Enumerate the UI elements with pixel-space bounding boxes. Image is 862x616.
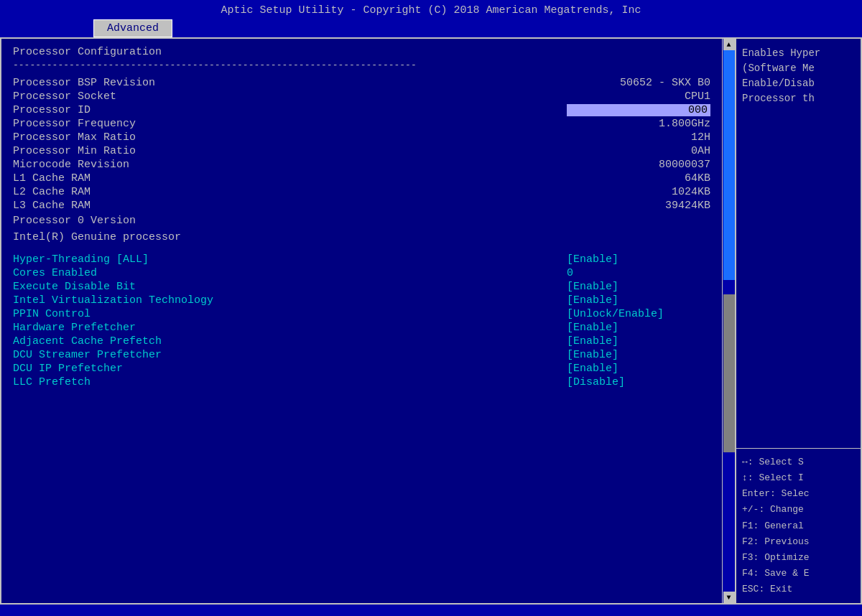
processor-version-value-row: Intel(R) Genuine processor	[13, 229, 710, 246]
help-keys: ↔: Select S ↕: Select I Enter: Selec +/-…	[736, 449, 861, 603]
scroll-down-arrow[interactable]: ▼	[723, 592, 735, 603]
help-panel: Enables Hyper (Software Me Enable/Disab …	[735, 39, 861, 603]
scroll-up-arrow[interactable]: ▲	[723, 39, 735, 50]
table-row: Processor Min Ratio 0AH	[13, 144, 710, 158]
section-title: Processor Configuration	[13, 46, 710, 58]
tab-advanced[interactable]: Advanced	[93, 19, 172, 37]
scroll-thumb-bottom	[723, 294, 735, 452]
content-panel: Processor Configuration ----------------…	[1, 39, 722, 603]
list-item[interactable]: Hyper-Threading [ALL] [Enable]	[13, 253, 710, 266]
key-line-2: Enter: Selec	[742, 486, 855, 502]
key-line-5: F2: Previous	[742, 534, 855, 550]
list-item[interactable]: Hardware Prefetcher [Enable]	[13, 321, 710, 335]
list-item[interactable]: LLC Prefetch [Disable]	[13, 375, 710, 389]
scroll-thumb-top	[723, 50, 735, 280]
key-line-8: ESC: Exit	[742, 582, 855, 597]
tab-row: Advanced	[0, 19, 862, 37]
processor-version-label-row: Processor 0 Version	[13, 213, 710, 229]
table-row: Processor Socket CPU1	[13, 90, 710, 103]
help-line-2: (Software Me	[742, 61, 855, 76]
title-bar: Aptic Setup Utility - Copyright (C) 2018…	[0, 0, 862, 19]
key-line-7: F4: Save & E	[742, 566, 855, 582]
key-line-0: ↔: Select S	[742, 454, 855, 470]
table-row: Processor Max Ratio 12H	[13, 131, 710, 144]
scroll-track[interactable]	[723, 50, 735, 592]
list-item[interactable]: Intel Virtualization Technology [Enable]	[13, 294, 710, 307]
list-item[interactable]: Adjacent Cache Prefetch [Enable]	[13, 335, 710, 348]
table-row: Processor ID 000	[13, 103, 710, 117]
help-line-4: Processor th	[742, 91, 855, 106]
list-item[interactable]: DCU Streamer Prefetcher [Enable]	[13, 348, 710, 362]
help-text: Enables Hyper (Software Me Enable/Disab …	[736, 39, 861, 449]
table-row: L1 Cache RAM 64KB	[13, 172, 710, 185]
table-row: Microcode Revision 80000037	[13, 158, 710, 172]
list-item[interactable]: DCU IP Prefetcher [Enable]	[13, 362, 710, 375]
section-divider: ----------------------------------------…	[13, 60, 710, 70]
table-row: L3 Cache RAM 39424KB	[13, 199, 710, 213]
key-line-1: ↕: Select I	[742, 470, 855, 486]
table-row: Processor BSP Revision 50652 - SKX B0	[13, 76, 710, 90]
list-item[interactable]: Cores Enabled 0	[13, 266, 710, 280]
table-row: Processor Frequency 1.800GHz	[13, 117, 710, 131]
help-line-3: Enable/Disab	[742, 76, 855, 91]
scrollbar[interactable]: ▲ ▼	[722, 39, 735, 603]
key-line-6: F3: Optimize	[742, 550, 855, 566]
list-item[interactable]: Execute Disable Bit [Enable]	[13, 280, 710, 294]
title-text: Aptic Setup Utility - Copyright (C) 2018…	[221, 4, 641, 17]
key-line-3: +/-: Change	[742, 502, 855, 518]
help-line-1: Enables Hyper	[742, 46, 855, 61]
main-area: Processor Configuration ----------------…	[0, 37, 862, 605]
key-line-4: F1: General	[742, 518, 855, 534]
list-item[interactable]: PPIN Control [Unlock/Enable]	[13, 307, 710, 321]
table-row: L2 Cache RAM 1024KB	[13, 185, 710, 199]
